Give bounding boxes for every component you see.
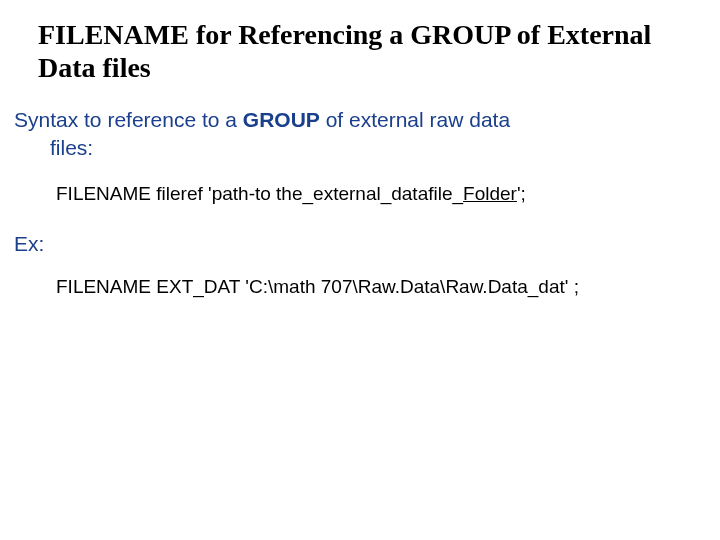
syntax-post: ';: [517, 183, 526, 204]
syntax-folder: Folder: [463, 183, 517, 204]
example-label: Ex:: [14, 232, 706, 256]
syntax-line: FILENAME fileref 'path-to the_external_d…: [56, 181, 706, 207]
slide: FILENAME for Referencing a GROUP of Exte…: [0, 0, 720, 540]
example-line: FILENAME EXT_DAT 'C:\math 707\Raw.Data\R…: [56, 274, 706, 300]
intro-text: Syntax to reference to a GROUP of extern…: [14, 106, 706, 163]
slide-title: FILENAME for Referencing a GROUP of Exte…: [38, 18, 706, 84]
intro-bold: GROUP: [243, 108, 320, 131]
intro-pre: Syntax to reference to a: [14, 108, 243, 131]
intro-post: of external raw data: [320, 108, 510, 131]
syntax-pre: FILENAME fileref 'path-to the_external_d…: [56, 183, 463, 204]
intro-line2: files:: [50, 134, 706, 162]
